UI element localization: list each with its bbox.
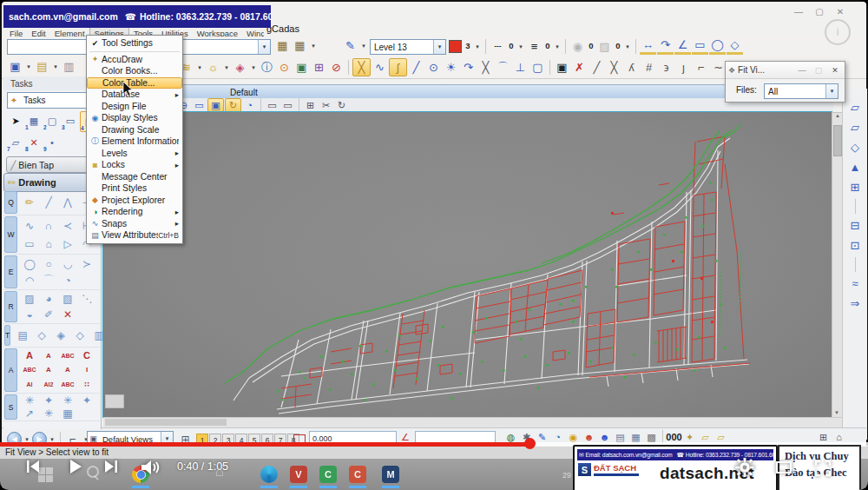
display-style-dd-icon[interactable]: ▾	[249, 59, 258, 76]
close-button[interactable]: ✕	[830, 5, 851, 18]
drawing-tool-icon[interactable]: ⋱	[78, 294, 95, 305]
drawing-tool-icon[interactable]: A	[21, 350, 38, 361]
drawing-tool-icon[interactable]: ✳	[40, 407, 57, 419]
measure-radius-icon[interactable]: ↷	[657, 37, 674, 55]
horizontal-scroll-thumb[interactable]	[105, 419, 227, 426]
fit-dialog-title-bar[interactable]: ❖ Fit Vi... — ▢ ✕	[726, 62, 845, 79]
line-style-dd-icon[interactable]: ▾	[516, 38, 525, 55]
models-dd-icon[interactable]: ▾	[51, 58, 60, 75]
drawing-tool-icon[interactable]: ✳	[59, 395, 76, 407]
line-style-icon[interactable]: ┄	[490, 38, 506, 55]
template-dd-icon[interactable]: ▾	[359, 37, 368, 54]
drawing-tool-icon[interactable]: Al2	[40, 379, 57, 390]
fit-minimize-button[interactable]: —	[795, 66, 809, 75]
snap-intersection-icon[interactable]: ╳	[477, 59, 494, 76]
drawing-tool-icon[interactable]: ✐	[40, 309, 57, 321]
fence-mode-icon[interactable]: ▦	[292, 37, 308, 54]
drawing-tool-icon[interactable]: ◔	[59, 275, 76, 286]
task-tool-3[interactable]: ▭3	[62, 111, 79, 130]
maximize-button[interactable]: ▢	[809, 5, 830, 18]
menu-file[interactable]: File	[5, 28, 27, 36]
snap-toggle-icon[interactable]: ╳	[352, 58, 371, 76]
menu-item-drawing-scale[interactable]: Drawing Scale	[87, 124, 182, 136]
snap-point-icon[interactable]: ▢	[529, 59, 546, 76]
drawing-tool-icon[interactable]: ↗	[21, 407, 38, 419]
align-element-icon[interactable]: ⊟	[847, 217, 864, 234]
drawing-tool-icon[interactable]: ABC	[59, 379, 76, 390]
menu-item-project-explorer[interactable]: ◆Project Explorer	[87, 195, 182, 207]
active-level-combo[interactable]: Level 13▾	[370, 39, 446, 55]
menu-item-database[interactable]: Database▸	[87, 89, 182, 101]
drawing-tool-icon[interactable]: Al	[21, 379, 38, 390]
menu-item-color-table[interactable]: Color Table...	[87, 77, 182, 89]
fit-close-button[interactable]: ✕	[828, 66, 842, 75]
row-tab-Q[interactable]: Q	[4, 191, 17, 214]
flashlight-dd-icon[interactable]: ▾	[222, 59, 231, 76]
scale-element-icon[interactable]: ◇	[847, 139, 864, 156]
drawing-tool-icon[interactable]: ≺	[59, 220, 76, 231]
video-progress-knob[interactable]	[524, 438, 536, 449]
fence-icon[interactable]: ▦	[274, 37, 291, 54]
drawing-tool-icon[interactable]: ╱	[40, 197, 57, 209]
transparency-value-icon[interactable]: 0	[614, 38, 622, 55]
clip-volume-icon[interactable]: ✂	[319, 99, 333, 112]
menu-item-tool-settings[interactable]: ✔Tool Settings	[87, 37, 182, 50]
element-template-icon[interactable]: ✎	[342, 37, 358, 54]
video-info-button[interactable]: i	[825, 19, 851, 45]
app-microstation-icon[interactable]: M	[382, 466, 399, 483]
drawing-tool-icon[interactable]: ABC	[59, 350, 76, 361]
menu-item-design-file[interactable]: Design File	[87, 101, 182, 113]
files-dropdown-icon[interactable]: ▾	[825, 84, 838, 98]
drawing-tool-icon[interactable]: ▥	[90, 330, 108, 341]
menu-item-display-styles[interactable]: ◉Display Styles	[87, 112, 182, 124]
app-c-green-icon[interactable]: C	[319, 466, 337, 483]
menu-workspace[interactable]: Workspace	[193, 28, 242, 36]
previous-video-button[interactable]	[24, 458, 42, 475]
drawing-tool-icon[interactable]: ✏	[21, 197, 38, 209]
measure-angle-icon[interactable]: ∠	[674, 37, 691, 55]
task-tool-1[interactable]: ▦1	[25, 111, 43, 130]
drawing-tool-icon[interactable]: ∩	[40, 220, 57, 231]
menu-item-locks[interactable]: ◙Locks▸	[87, 159, 182, 171]
drawing-tool-icon[interactable]: ◕	[40, 294, 57, 305]
minimize-button[interactable]: —	[788, 5, 809, 18]
app-v-icon[interactable]: V	[290, 466, 307, 483]
drawing-tool-icon[interactable]: ◠	[21, 275, 38, 286]
snap-midpoint-icon[interactable]: ╱	[408, 59, 424, 76]
horizontal-scrollbar[interactable]	[103, 417, 842, 427]
menu-item-print-styles[interactable]: Print Styles	[87, 182, 182, 195]
measure-area-icon[interactable]: ◯	[709, 37, 726, 55]
settings-gear-icon[interactable]	[734, 457, 755, 478]
drawing-tool-icon[interactable]: A	[40, 350, 57, 361]
drawing-tool-icon[interactable]: ◯	[21, 258, 38, 269]
drawing-tool-icon[interactable]: ◇	[71, 330, 89, 341]
drawing-tool-icon[interactable]: ▤	[14, 330, 31, 341]
row-tab-A[interactable]: A	[4, 348, 17, 392]
update-view-icon[interactable]: ↻	[334, 99, 349, 112]
color-dd-icon[interactable]: ▾	[473, 38, 482, 55]
drawing-tool-icon[interactable]: ▭	[21, 238, 38, 249]
snap-center-icon[interactable]: ⊙	[425, 59, 442, 76]
display-style-icon[interactable]: ◈	[232, 59, 248, 76]
accudraw-window-icon[interactable]: ▣	[554, 59, 570, 76]
drawing-tool-icon[interactable]: ⌂	[40, 238, 57, 249]
construct-x-icon[interactable]: ╳	[606, 59, 622, 76]
menu-item-levels[interactable]: Levels▸	[87, 148, 182, 160]
class-value-icon[interactable]: 0	[587, 38, 595, 55]
menu-item-message-center[interactable]: Message Center	[87, 171, 182, 183]
drawing-tool-icon[interactable]: ✦	[40, 395, 57, 407]
drawing-tool-icon[interactable]: ◒	[21, 309, 38, 321]
line-weight-dd-icon[interactable]: ▾	[553, 38, 562, 55]
drawing-tool-icon[interactable]: ▧	[59, 294, 76, 305]
class-icon[interactable]: ◉	[569, 38, 586, 55]
construct-y-icon[interactable]: ʎ	[623, 59, 640, 76]
view-groups-icon[interactable]: ▣	[7, 58, 23, 75]
edge-taskbar-icon[interactable]	[260, 466, 278, 483]
menu-item-view-attributes[interactable]: ▤View AttributesCtrl+B	[87, 229, 182, 242]
snap-nearest-icon[interactable]: ∿	[372, 59, 388, 76]
drawing-tool-icon[interactable]: ⋀	[59, 197, 76, 209]
copy-view-icon[interactable]: ⊞	[303, 99, 318, 112]
menu-gcadas[interactable]: gCadas	[266, 23, 299, 34]
copy-element-icon[interactable]: ▱	[847, 99, 864, 116]
view-next-icon[interactable]: ▭	[280, 99, 295, 112]
